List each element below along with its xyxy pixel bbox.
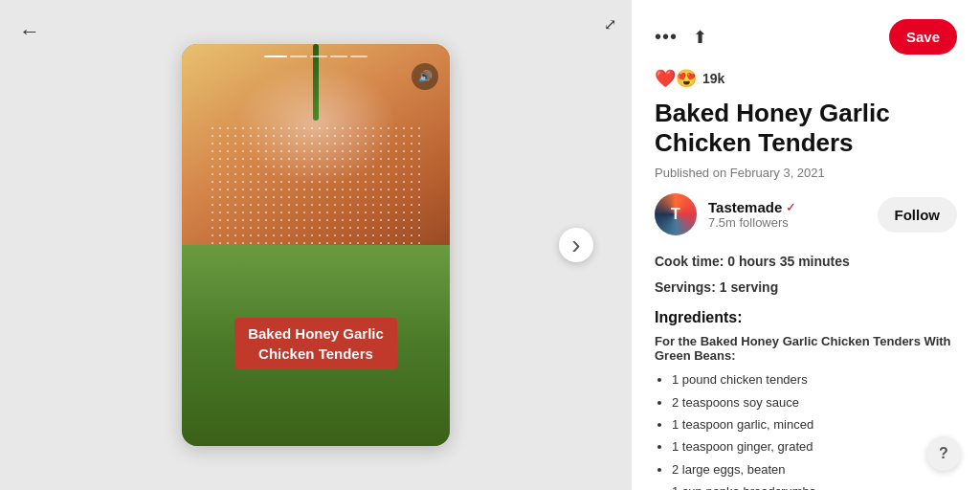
- servings-row: Servings: 1 serving: [655, 277, 957, 298]
- recipe-title: Baked Honey Garlic Chicken Tenders: [655, 99, 957, 158]
- ingredients-heading: Ingredients:: [655, 309, 957, 326]
- cook-time-value: 0 hours 35 minutes: [727, 254, 850, 269]
- recipe-image: 🔊 Baked Honey Garlic Chicken Tenders: [182, 44, 450, 446]
- ingredient-item: 2 large eggs, beaten: [672, 458, 957, 480]
- ingredient-item: 2 teaspoons soy sauce: [672, 391, 957, 413]
- overlay-line1: Baked Honey Garlic: [248, 325, 384, 342]
- verified-badge: ✓: [786, 200, 796, 214]
- author-name-row: Tastemade ✓: [708, 199, 866, 215]
- ingredient-item: 1 pound chicken tenders: [672, 368, 957, 390]
- next-button[interactable]: ›: [559, 228, 593, 262]
- story-dot-1: [290, 56, 307, 57]
- share-button[interactable]: ⬆: [693, 27, 707, 48]
- ingredients-list: 1 pound chicken tenders2 teaspoons soy s…: [655, 368, 957, 490]
- story-dot-active: [264, 56, 287, 57]
- overlay-text: Baked Honey Garlic Chicken Tenders: [234, 318, 397, 369]
- save-button[interactable]: Save: [889, 19, 957, 55]
- more-options-button[interactable]: •••: [655, 26, 678, 48]
- expand-button[interactable]: ⤢: [604, 15, 616, 33]
- author-avatar: T: [655, 193, 697, 235]
- avatar-inner: T: [655, 193, 697, 235]
- reactions-bar: ❤️😍 19k: [655, 68, 957, 89]
- story-dot-3: [330, 56, 347, 57]
- author-name[interactable]: Tastemade: [708, 199, 782, 215]
- title-line1: Baked Honey Garlic: [655, 99, 890, 127]
- author-followers: 7.5m followers: [708, 215, 866, 230]
- recipe-text-overlay: Baked Honey Garlic Chicken Tenders: [182, 318, 450, 369]
- sesame-overlay: [209, 124, 423, 245]
- follow-button[interactable]: Follow: [878, 197, 958, 233]
- author-info: Tastemade ✓ 7.5m followers: [708, 199, 866, 230]
- recipe-image-container: 🔊 Baked Honey Garlic Chicken Tenders: [182, 44, 450, 446]
- published-date: Published on February 3, 2021: [655, 166, 957, 180]
- title-line2: Chicken Tenders: [655, 128, 854, 157]
- cook-time-label: Cook time:: [655, 254, 724, 269]
- action-bar: ••• ⬆ Save: [655, 19, 957, 55]
- ingredients-subtitle: For the Baked Honey Garlic Chicken Tende…: [655, 334, 957, 363]
- reaction-count: 19k: [702, 71, 724, 86]
- overlay-line2: Chicken Tenders: [258, 345, 373, 362]
- story-progress: [264, 56, 368, 57]
- servings-value: 1 serving: [720, 279, 778, 295]
- author-section: T Tastemade ✓ 7.5m followers Follow: [655, 193, 957, 235]
- ingredient-item: 1 teaspoon garlic, minced: [672, 413, 957, 435]
- servings-label: Servings:: [655, 279, 716, 295]
- story-dot-2: [310, 56, 327, 57]
- action-bar-left: ••• ⬆: [655, 26, 707, 48]
- back-button[interactable]: ←: [19, 19, 40, 44]
- volume-button[interactable]: 🔊: [412, 63, 438, 90]
- left-panel: ← 🔊 Baked Honey Garlic: [0, 0, 632, 490]
- right-panel: ••• ⬆ Save ❤️😍 19k Baked Honey Garlic Ch…: [632, 0, 980, 490]
- ingredient-item: 1 teaspoon ginger, grated: [672, 435, 957, 457]
- reaction-emojis: ❤️😍: [655, 68, 697, 89]
- ingredient-item: 1 cup panko breadcrumbs: [672, 480, 957, 490]
- cook-time-row: Cook time: 0 hours 35 minutes: [655, 251, 957, 272]
- help-button[interactable]: ?: [926, 436, 961, 471]
- story-dot-4: [350, 56, 368, 57]
